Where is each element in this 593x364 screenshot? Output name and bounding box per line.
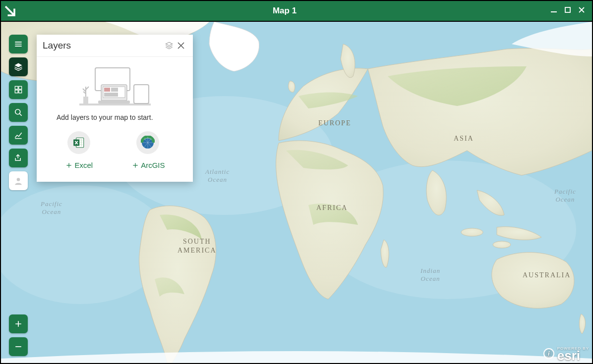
svg-point-6 [461,228,483,236]
add-from-excel-button[interactable]: ＋Excel [64,131,93,171]
svg-point-12 [15,109,20,114]
svg-rect-24 [134,85,149,104]
svg-rect-20 [104,88,110,92]
svg-rect-25 [83,97,88,104]
minimize-button[interactable] [550,6,557,15]
chart-icon [13,130,23,140]
svg-rect-11 [19,90,22,93]
profile-button[interactable] [9,171,28,190]
layers-panel: Layers Add layers [37,35,193,182]
share-button[interactable] [9,149,28,167]
maximize-button[interactable] [564,6,571,15]
excel-icon [67,131,90,154]
menu-icon [13,39,23,49]
svg-rect-10 [15,90,18,93]
layers-options-button[interactable] [163,40,175,52]
close-button[interactable] [578,6,585,15]
svg-rect-21 [111,88,118,92]
plus-icon [13,319,23,329]
tool-rail [9,35,28,190]
title-bar: Map 1 [1,1,592,21]
layers-icon [13,62,23,72]
svg-rect-9 [19,86,22,89]
svg-rect-22 [104,93,118,97]
svg-point-13 [17,178,20,181]
share-icon [13,153,23,163]
basemap-button[interactable] [9,80,28,99]
layers-close-button[interactable] [175,40,187,52]
menu-button[interactable] [9,35,28,53]
zoom-out-button[interactable] [9,337,28,356]
add-arcgis-label: ＋ArcGIS [131,159,165,171]
svg-rect-0 [551,11,557,12]
layers-empty-illustration [37,57,193,113]
zoom-controls [9,314,28,356]
esri-logo: esri [557,351,589,361]
basemap-icon [13,85,23,95]
layers-button[interactable] [9,57,28,76]
svg-rect-1 [565,7,570,12]
minus-icon [13,342,23,352]
search-icon [13,107,23,117]
add-from-arcgis-button[interactable]: ＋ArcGIS [131,131,165,171]
arcgis-icon [136,131,159,154]
window-controls [550,6,592,15]
svg-rect-8 [15,86,18,89]
layers-stack-icon [164,41,174,51]
profile-icon [13,176,23,186]
layers-panel-header: Layers [37,35,193,57]
svg-point-7 [493,241,511,248]
infographics-button[interactable] [9,126,28,145]
add-excel-label: ＋Excel [64,159,93,171]
layers-panel-title: Layers [43,40,163,51]
zoom-in-button[interactable] [9,314,28,333]
search-button[interactable] [9,103,28,122]
expand-button[interactable] [1,1,19,21]
attribution: i POWERED BY esri [543,346,589,361]
layers-add-row: ＋Excel ＋ArcGIS [37,126,193,182]
window-title: Map 1 [19,6,550,16]
svg-rect-23 [98,101,130,104]
close-icon [177,42,185,50]
layers-empty-message: Add layers to your map to start. [37,113,193,126]
attribution-info-button[interactable]: i [543,348,554,359]
